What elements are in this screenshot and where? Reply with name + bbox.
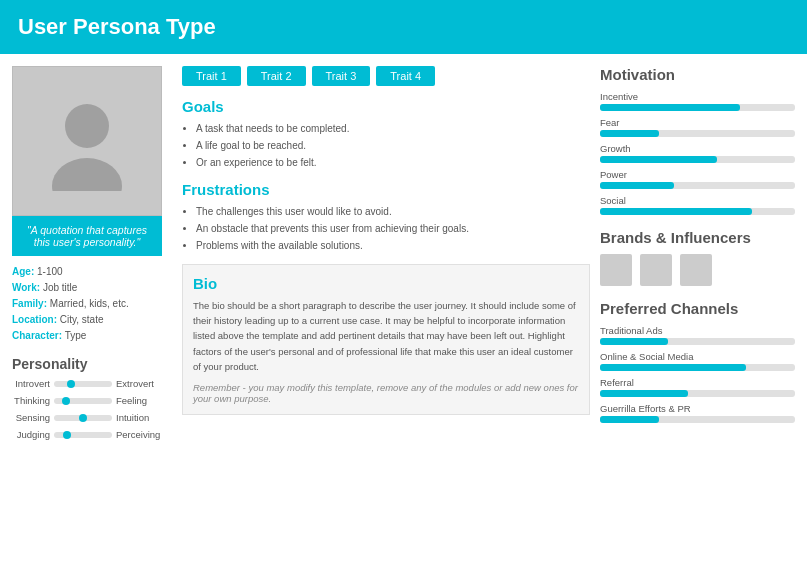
- goals-title: Goals: [182, 98, 590, 115]
- brands-section: Brands & Influencers: [600, 229, 795, 286]
- work-label: Work:: [12, 282, 40, 293]
- motivation-bar-fill: [600, 208, 752, 215]
- personality-title: Personality: [12, 356, 162, 372]
- quote-box: "A quotation that captures this user's p…: [12, 216, 162, 256]
- goals-section: Goals A task that needs to be completed.…: [182, 98, 590, 171]
- family-value: Married, kids, etc.: [50, 298, 129, 309]
- personality-row: Sensing Intuition: [12, 412, 162, 423]
- motivation-bar-fill: [600, 104, 740, 111]
- motivation-bar-fill: [600, 156, 717, 163]
- character-value: Type: [65, 330, 87, 341]
- channel-bar-fill: [600, 390, 688, 397]
- personality-track: [54, 381, 112, 387]
- personality-left-label: Thinking: [12, 395, 54, 406]
- personality-indicator: [79, 414, 87, 422]
- motivation-bar-label: Power: [600, 169, 795, 180]
- channel-bar-item: Online & Social Media: [600, 351, 795, 371]
- personality-indicator: [67, 380, 75, 388]
- motivation-bar-item: Incentive: [600, 91, 795, 111]
- personality-left-label: Introvert: [12, 378, 54, 389]
- preferred-channels-title: Preferred Channels: [600, 300, 795, 317]
- brand-icon: [680, 254, 712, 286]
- family-label: Family:: [12, 298, 47, 309]
- frustrations-section: Frustrations The challenges this user wo…: [182, 181, 590, 254]
- personality-right-label: Intuition: [112, 412, 162, 423]
- work-value: Job title: [43, 282, 77, 293]
- page-header: User Persona Type: [0, 0, 807, 54]
- channel-bar-track: [600, 390, 795, 397]
- channel-bar-track: [600, 338, 795, 345]
- character-label: Character:: [12, 330, 62, 341]
- goal-item: Or an experience to be felt.: [196, 154, 590, 171]
- personality-left-label: Sensing: [12, 412, 54, 423]
- channel-bar-label: Online & Social Media: [600, 351, 795, 362]
- motivation-bar-item: Social: [600, 195, 795, 215]
- personality-track: [54, 398, 112, 404]
- motivation-bar-track: [600, 208, 795, 215]
- frustration-item: The challenges this user would like to a…: [196, 203, 590, 220]
- svg-point-0: [65, 104, 109, 148]
- channel-bar-fill: [600, 364, 746, 371]
- personality-row: Introvert Extrovert: [12, 378, 162, 389]
- bio-note: Remember - you may modify this template,…: [193, 382, 579, 404]
- brand-icon: [640, 254, 672, 286]
- personality-right-label: Feeling: [112, 395, 162, 406]
- avatar: [12, 66, 162, 216]
- channel-bar-label: Guerrilla Efforts & PR: [600, 403, 795, 414]
- svg-point-1: [52, 158, 122, 191]
- age-label: Age:: [12, 266, 34, 277]
- brands-title: Brands & Influencers: [600, 229, 795, 246]
- channel-bar-label: Traditional Ads: [600, 325, 795, 336]
- motivation-bar-item: Growth: [600, 143, 795, 163]
- goals-list: A task that needs to be completed.A life…: [182, 120, 590, 171]
- motivation-bar-label: Incentive: [600, 91, 795, 102]
- avatar-icon: [37, 91, 137, 191]
- personality-right-label: Extrovert: [112, 378, 162, 389]
- frustration-item: Problems with the available solutions.: [196, 237, 590, 254]
- bio-section: Bio The bio should be a short paragraph …: [182, 264, 590, 415]
- middle-column: Trait 1Trait 2Trait 3Trait 4 Goals A tas…: [182, 66, 590, 446]
- location-label: Location:: [12, 314, 57, 325]
- trait-button[interactable]: Trait 1: [182, 66, 241, 86]
- left-column: "A quotation that captures this user's p…: [12, 66, 172, 446]
- frustrations-title: Frustrations: [182, 181, 590, 198]
- channel-bar-item: Referral: [600, 377, 795, 397]
- channel-bar-track: [600, 416, 795, 423]
- preferred-channels-section: Preferred Channels Traditional Ads Onlin…: [600, 300, 795, 423]
- motivation-bar-fill: [600, 130, 659, 137]
- traits-row: Trait 1Trait 2Trait 3Trait 4: [182, 66, 590, 86]
- personality-track: [54, 415, 112, 421]
- motivation-title: Motivation: [600, 66, 795, 83]
- motivation-bar-track: [600, 182, 795, 189]
- channel-bar-track: [600, 364, 795, 371]
- trait-button[interactable]: Trait 3: [312, 66, 371, 86]
- quote-text: "A quotation that captures this user's p…: [27, 224, 147, 248]
- motivation-bar-track: [600, 156, 795, 163]
- brand-icon: [600, 254, 632, 286]
- motivation-bar-track: [600, 130, 795, 137]
- right-column: Motivation Incentive Fear Growth Power S…: [600, 66, 795, 446]
- channel-bar-item: Guerrilla Efforts & PR: [600, 403, 795, 423]
- user-info: Age: 1-100 Work: Job title Family: Marri…: [12, 264, 162, 344]
- personality-section: Personality Introvert Extrovert Thinking…: [12, 356, 162, 440]
- channel-bar-item: Traditional Ads: [600, 325, 795, 345]
- personality-right-label: Perceiving: [112, 429, 162, 440]
- motivation-bar-item: Power: [600, 169, 795, 189]
- age-value: 1-100: [37, 266, 63, 277]
- frustrations-list: The challenges this user would like to a…: [182, 203, 590, 254]
- bio-text: The bio should be a short paragraph to d…: [193, 298, 579, 374]
- motivation-bar-label: Social: [600, 195, 795, 206]
- trait-button[interactable]: Trait 4: [376, 66, 435, 86]
- channel-bar-fill: [600, 416, 659, 423]
- channel-bar-label: Referral: [600, 377, 795, 388]
- location-value: City, state: [60, 314, 104, 325]
- goal-item: A task that needs to be completed.: [196, 120, 590, 137]
- trait-button[interactable]: Trait 2: [247, 66, 306, 86]
- page-title: User Persona Type: [18, 14, 216, 39]
- channel-bar-fill: [600, 338, 668, 345]
- personality-indicator: [63, 431, 71, 439]
- personality-row: Judging Perceiving: [12, 429, 162, 440]
- brands-icons-row: [600, 254, 795, 286]
- motivation-bar-label: Growth: [600, 143, 795, 154]
- personality-track: [54, 432, 112, 438]
